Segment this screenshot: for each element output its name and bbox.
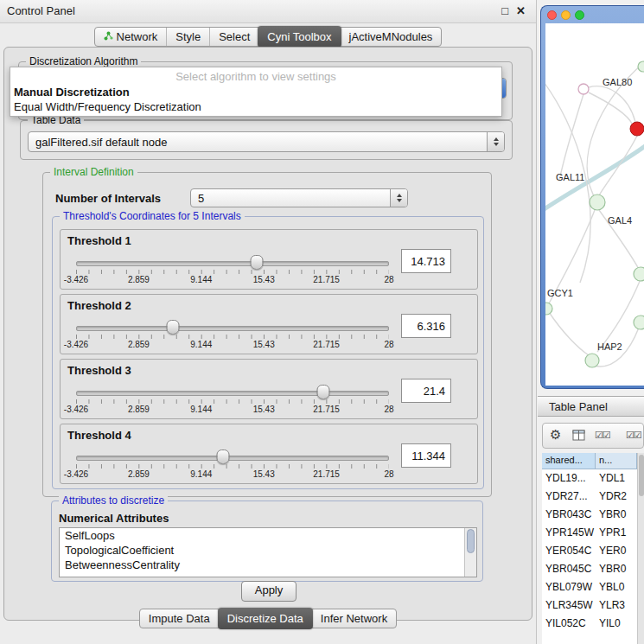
select-column-set-icon[interactable]: ☑☑ xyxy=(626,430,641,441)
table-row[interactable]: YIL052CYIL0 xyxy=(542,615,637,633)
table-panel-toolbar: ⚙ ☑☑ ☑☑ xyxy=(542,423,644,449)
tab-select[interactable]: Select xyxy=(209,28,258,46)
dropdown-item-manual-discretization[interactable]: Manual Discretization xyxy=(10,85,501,99)
tab-style[interactable]: Style xyxy=(166,28,209,46)
table-scrollbar[interactable] xyxy=(637,453,644,644)
tab-label: jActiveMNodules xyxy=(349,30,433,43)
tick-label: -3.426 xyxy=(64,340,88,349)
slider-thumb-icon[interactable] xyxy=(316,385,329,399)
network-view-window: GAL80GAL11GAL4GCY1HAP2 xyxy=(540,5,644,389)
number-of-intervals-combobox[interactable]: 5 xyxy=(190,188,408,207)
tick-label: 2.859 xyxy=(128,405,150,414)
close-window-icon[interactable]: ✕ xyxy=(516,0,526,22)
slider-ticks xyxy=(76,399,389,404)
threshold-slider[interactable]: -3.4262.8599.14415.4321.71528 xyxy=(76,384,389,418)
node-label[interactable]: GAL80 xyxy=(603,77,632,87)
table-row[interactable]: YBR043CYBR0 xyxy=(542,506,637,524)
tab-discretize-data[interactable]: Discretize Data xyxy=(218,608,313,629)
node-label[interactable]: GAL4 xyxy=(608,215,632,226)
close-traffic-light-icon[interactable] xyxy=(547,10,557,20)
table-row[interactable]: YBL079WYBL0 xyxy=(542,578,637,596)
table-cell: YBR0 xyxy=(596,506,637,524)
threshold-value-field[interactable]: 21.4 xyxy=(401,379,451,403)
tick-label: 2.859 xyxy=(128,469,150,479)
scrollbar-thumb[interactable] xyxy=(467,529,475,553)
column-header-shared-name[interactable]: shared... xyxy=(542,453,596,469)
tick-label: -3.426 xyxy=(64,469,88,479)
slider-thumb-icon[interactable] xyxy=(250,255,263,270)
tick-label: 9.144 xyxy=(190,275,212,284)
bottom-tabbar: Impute Data Discretize Data Infer Networ… xyxy=(139,609,397,628)
scrollbar-thumb[interactable] xyxy=(639,455,644,496)
dropdown-item-equal-width-frequency[interactable]: Equal Width/Frequency Discretization xyxy=(10,99,501,114)
node-label[interactable]: GCY1 xyxy=(547,288,573,298)
threshold-value-field[interactable]: 14.713 xyxy=(401,249,451,273)
threshold-label: Threshold 4 xyxy=(67,429,131,442)
node-label[interactable]: HAP2 xyxy=(597,341,622,352)
table-body: YDL19...YDL1YDR27...YDR2YBR043CYBR0YPR14… xyxy=(542,469,637,633)
combobox-stepper-icon[interactable] xyxy=(487,132,504,151)
table-cell: YBR043C xyxy=(542,506,596,524)
zoom-traffic-light-icon[interactable] xyxy=(575,10,584,20)
float-window-icon[interactable]: □ xyxy=(501,0,508,22)
table-row[interactable]: YBR045CYBR0 xyxy=(542,560,637,578)
tab-impute-data[interactable]: Impute Data xyxy=(140,609,219,628)
tab-label: Network xyxy=(117,30,158,43)
tick-label: 15.43 xyxy=(253,469,275,479)
threshold-slider[interactable]: -3.4262.8599.14415.4321.71528 xyxy=(76,254,389,289)
threshold-2-panel: Threshold 2 -3.4262.8599.14415.4321.7152… xyxy=(60,294,478,354)
tab-network[interactable]: Network xyxy=(95,28,167,46)
network-canvas[interactable]: GAL80GAL11GAL4GCY1HAP2 xyxy=(545,23,644,386)
slider-track[interactable] xyxy=(76,261,389,266)
table-row[interactable]: YDL19...YDL1 xyxy=(542,469,637,488)
threshold-value-field[interactable]: 6.316 xyxy=(401,314,451,338)
tab-cyni-toolbox[interactable]: Cyni Toolbox xyxy=(258,26,341,48)
table-cell: YBR045C xyxy=(542,560,596,578)
tab-jactivemnodules[interactable]: jActiveMNodules xyxy=(341,28,442,46)
slider-track[interactable] xyxy=(76,326,389,331)
combobox-stepper-icon[interactable] xyxy=(390,189,407,207)
threshold-value-field[interactable]: 11.344 xyxy=(401,443,451,468)
table-cell: YDL19... xyxy=(542,469,596,488)
slider-ticks xyxy=(76,464,389,469)
numerical-attributes-heading: Numerical Attributes xyxy=(59,512,169,525)
attribute-item[interactable]: TopologicalCoefficient xyxy=(60,543,476,558)
table-cell: YDR27... xyxy=(542,488,596,506)
table-header-row: shared... n... xyxy=(542,453,637,469)
threshold-slider[interactable]: -3.4262.8599.14415.4321.71528 xyxy=(76,319,389,354)
table-cell: YER0 xyxy=(596,542,637,560)
minimize-traffic-light-icon[interactable] xyxy=(561,10,571,20)
tick-label: 21.715 xyxy=(313,469,340,479)
tick-label: 2.859 xyxy=(128,275,150,284)
list-scrollbar[interactable] xyxy=(464,528,476,577)
gear-icon[interactable]: ⚙ xyxy=(550,427,561,443)
threshold-1-panel: Threshold 1 -3.4262.8599.14415.4321.7152… xyxy=(60,229,478,290)
table-data-combobox[interactable]: galFiltered.sif default node xyxy=(28,131,505,152)
tick-label: -3.426 xyxy=(64,275,88,284)
tab-infer-network[interactable]: Infer Network xyxy=(312,609,396,628)
attribute-item[interactable]: BetweennessCentrality xyxy=(60,558,476,572)
column-chooser-icon[interactable] xyxy=(572,430,586,444)
tick-label: 28 xyxy=(384,405,393,414)
numerical-attributes-list[interactable]: SelfLoopsTopologicalCoefficientBetweenne… xyxy=(59,527,477,577)
table-row[interactable]: YER054CYER0 xyxy=(542,542,637,560)
select-all-columns-icon[interactable]: ☑☑ xyxy=(595,430,610,441)
attribute-item[interactable]: SelfLoops xyxy=(60,528,476,543)
control-panel-titlebar[interactable]: Control Panel □ ✕ xyxy=(0,0,536,23)
slider-track[interactable] xyxy=(76,391,389,396)
table-cell: YIL0 xyxy=(596,615,637,633)
threshold-3-panel: Threshold 3 -3.4262.8599.14415.4321.7152… xyxy=(60,359,478,419)
apply-button[interactable]: Apply xyxy=(241,581,296,602)
table-row[interactable]: YPR145WYPR1 xyxy=(542,524,637,542)
node-label[interactable]: GAL11 xyxy=(556,172,584,182)
table-row[interactable]: YLR345WYLR3 xyxy=(542,596,637,615)
table-row[interactable]: YDR27...YDR2 xyxy=(542,488,637,506)
table-panel-header[interactable]: Table Panel xyxy=(538,396,644,417)
column-header-name[interactable]: n... xyxy=(596,453,637,469)
threshold-slider[interactable]: -3.4262.8599.14415.4321.71528 xyxy=(76,449,389,483)
tick-label: 9.144 xyxy=(190,340,212,349)
slider-thumb-icon[interactable] xyxy=(167,320,180,335)
slider-thumb-icon[interactable] xyxy=(217,450,230,464)
slider-ticks xyxy=(76,270,389,274)
slider-track[interactable] xyxy=(76,456,389,461)
